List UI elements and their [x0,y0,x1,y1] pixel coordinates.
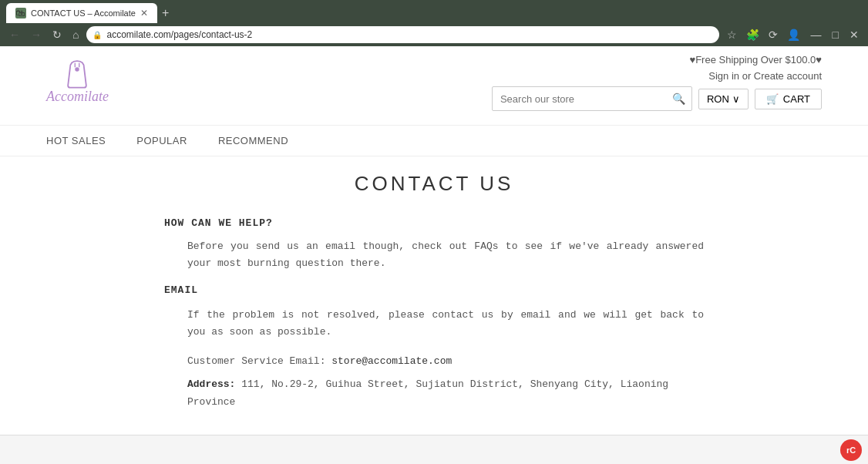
address-line: Address: 111, No.29-2, Guihua Street, Su… [164,376,704,410]
lock-icon: 🔒 [93,31,102,39]
logo-area: Accomilate [46,54,109,105]
logo-text: Accomilate [46,89,109,105]
currency-selector[interactable]: RON ∨ [698,89,749,109]
back-button[interactable]: ← [6,27,23,42]
free-shipping-text: ♥Free Shipping Over $100.0♥ [689,54,822,66]
tab-close-icon[interactable]: ✕ [140,8,148,18]
recaptcha-label: rC [846,446,856,455]
bottom-bar: rC [0,435,868,464]
search-bar[interactable]: 🔍 [492,86,692,111]
browser-chrome: 🛍 CONTACT US – Accomilate ✕ + ← → ↻ ⌂ 🔒 … [0,0,868,46]
minimize-button[interactable]: — [808,27,825,42]
home-button[interactable]: ⌂ [69,27,82,42]
maximize-button[interactable]: □ [829,27,842,42]
nav-popular[interactable]: POPULAR [136,135,187,146]
logo-icon [58,54,96,92]
new-tab-button[interactable]: + [162,6,169,20]
nav-icons: ☆ 🧩 ⟳ 👤 [724,27,803,42]
address-text: accomilate.com/pages/contact-us-2 [106,29,252,40]
nav-bar: ← → ↻ ⌂ 🔒 accomilate.com/pages/contact-u… [0,23,868,46]
tab-title: CONTACT US – Accomilate [31,8,136,18]
currency-arrow-icon: ∨ [732,93,740,105]
page-title: CONTACT US [164,172,704,196]
main-content: CONTACT US HOW CAN WE HELP? Before you s… [87,156,781,432]
cart-icon: 🛒 [766,93,779,105]
customer-service-email: Customer Service Email: store@accomilate… [164,353,704,370]
forward-button[interactable]: → [28,27,45,42]
free-shipping-banner: ♥Free Shipping Over $100.0♥ [689,54,822,66]
recaptcha-icon: rC [840,439,862,461]
customer-service-label: Customer Service Email: [187,355,325,367]
user-profile-icon[interactable]: 👤 [784,27,803,42]
address-label: Address: [187,378,235,390]
help-body-text: Before you send us an email though, chec… [164,238,704,272]
site-nav: HOT SALES POPULAR RECOMMEND [0,126,868,156]
cart-label: CART [783,93,810,105]
browser-tab[interactable]: 🛍 CONTACT US – Accomilate ✕ [6,3,157,23]
tab-favicon: 🛍 [15,8,26,18]
nav-recommend[interactable]: RECOMMEND [218,135,288,146]
email-address-link[interactable]: store@accomilate.com [331,355,452,367]
email-problem-text: If the problem is not resolved, please c… [164,307,704,341]
site-header: Accomilate ♥Free Shipping Over $100.0♥ S… [0,46,868,126]
address-value: 111, No.29-2, Guihua Street, Sujiatun Di… [187,378,668,407]
currency-label: RON [707,93,729,105]
close-window-button[interactable]: ✕ [846,27,862,42]
cart-button[interactable]: 🛒 CART [755,89,822,109]
extensions-icon[interactable]: 🧩 [743,27,762,42]
sign-in-link[interactable]: Sign in [708,70,739,82]
profile-sync-icon[interactable]: ⟳ [765,27,781,42]
email-heading: EMAIL [164,284,704,296]
search-button[interactable]: 🔍 [666,92,691,105]
refresh-button[interactable]: ↻ [49,27,65,42]
svg-point-0 [76,67,79,71]
page-content: Accomilate ♥Free Shipping Over $100.0♥ S… [0,46,868,464]
help-heading: HOW CAN WE HELP? [164,217,704,229]
create-account-link[interactable]: Create account [754,70,822,82]
auth-or: or [742,70,754,82]
auth-links: Sign in or Create account [708,70,822,82]
search-input[interactable] [493,93,666,105]
address-bar[interactable]: 🔒 accomilate.com/pages/contact-us-2 [86,26,718,43]
nav-hot-sales[interactable]: HOT SALES [46,135,106,146]
tab-bar: 🛍 CONTACT US – Accomilate ✕ + [0,0,868,23]
header-right: ♥Free Shipping Over $100.0♥ Sign in or C… [492,54,822,111]
header-actions: 🔍 RON ∨ 🛒 CART [492,86,822,111]
header-top: Accomilate ♥Free Shipping Over $100.0♥ S… [46,54,822,111]
bookmark-icon[interactable]: ☆ [724,27,740,42]
